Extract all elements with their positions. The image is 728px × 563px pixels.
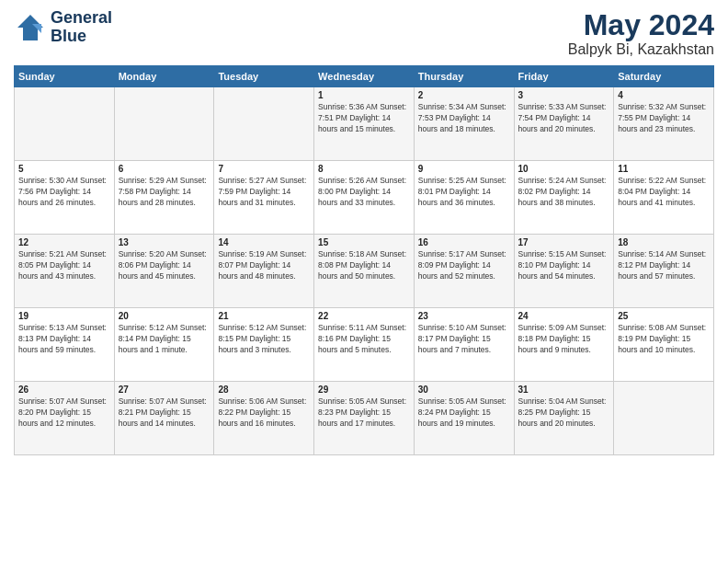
cell-w4-d4: 22Sunrise: 5:11 AM Sunset: 8:16 PM Dayli… [314, 308, 415, 382]
calendar-body: 1Sunrise: 5:36 AM Sunset: 7:51 PM Daylig… [15, 87, 714, 455]
day-info: Sunrise: 5:18 AM Sunset: 8:08 PM Dayligh… [318, 249, 410, 282]
day-info: Sunrise: 5:29 AM Sunset: 7:58 PM Dayligh… [119, 176, 210, 209]
day-info: Sunrise: 5:32 AM Sunset: 7:55 PM Dayligh… [618, 102, 710, 135]
day-number: 2 [418, 90, 510, 100]
cell-w5-d6: 31Sunrise: 5:04 AM Sunset: 8:25 PM Dayli… [514, 382, 614, 455]
logo-line2: Blue [51, 28, 112, 46]
day-info: Sunrise: 5:27 AM Sunset: 7:59 PM Dayligh… [218, 176, 310, 209]
cell-w2-d1: 5Sunrise: 5:30 AM Sunset: 7:56 PM Daylig… [15, 161, 115, 235]
day-number: 8 [318, 164, 410, 174]
cell-w5-d4: 29Sunrise: 5:05 AM Sunset: 8:23 PM Dayli… [314, 382, 415, 455]
day-number: 10 [518, 164, 610, 174]
day-info: Sunrise: 5:26 AM Sunset: 8:00 PM Dayligh… [318, 176, 410, 209]
day-number: 5 [18, 164, 110, 174]
cell-w3-d7: 18Sunrise: 5:14 AM Sunset: 8:12 PM Dayli… [614, 235, 714, 308]
cell-w5-d3: 28Sunrise: 5:06 AM Sunset: 8:22 PM Dayli… [214, 382, 314, 455]
day-info: Sunrise: 5:19 AM Sunset: 8:07 PM Dayligh… [218, 249, 310, 282]
cell-w1-d7: 4Sunrise: 5:32 AM Sunset: 7:55 PM Daylig… [614, 87, 714, 161]
day-number: 14 [218, 237, 310, 247]
day-number: 29 [318, 385, 410, 395]
day-info: Sunrise: 5:20 AM Sunset: 8:06 PM Dayligh… [119, 249, 210, 282]
day-info: Sunrise: 5:24 AM Sunset: 8:02 PM Dayligh… [518, 176, 610, 209]
cell-w1-d5: 2Sunrise: 5:34 AM Sunset: 7:53 PM Daylig… [414, 87, 514, 161]
day-info: Sunrise: 5:21 AM Sunset: 8:05 PM Dayligh… [18, 249, 110, 282]
cell-w4-d6: 24Sunrise: 5:09 AM Sunset: 8:18 PM Dayli… [514, 308, 614, 382]
col-monday: Monday [114, 66, 214, 87]
day-number: 13 [119, 237, 210, 247]
day-number: 17 [518, 237, 610, 247]
cell-w2-d2: 6Sunrise: 5:29 AM Sunset: 7:58 PM Daylig… [114, 161, 214, 235]
cell-w2-d3: 7Sunrise: 5:27 AM Sunset: 7:59 PM Daylig… [214, 161, 314, 235]
col-saturday: Saturday [614, 66, 714, 87]
day-number: 7 [218, 164, 310, 174]
logo: General Blue [14, 9, 112, 46]
day-info: Sunrise: 5:12 AM Sunset: 8:15 PM Dayligh… [218, 323, 310, 356]
cell-w2-d7: 11Sunrise: 5:22 AM Sunset: 8:04 PM Dayli… [614, 161, 714, 235]
title-location: Balpyk Bi, Kazakhstan [568, 41, 714, 58]
day-number: 9 [418, 164, 510, 174]
cell-w1-d3 [214, 87, 314, 161]
day-info: Sunrise: 5:04 AM Sunset: 8:25 PM Dayligh… [518, 396, 610, 430]
cell-w2-d4: 8Sunrise: 5:26 AM Sunset: 8:00 PM Daylig… [314, 161, 415, 235]
day-info: Sunrise: 5:36 AM Sunset: 7:51 PM Dayligh… [318, 102, 410, 135]
day-info: Sunrise: 5:07 AM Sunset: 8:20 PM Dayligh… [18, 396, 110, 430]
title-block: May 2024 Balpyk Bi, Kazakhstan [568, 9, 714, 58]
cell-w3-d2: 13Sunrise: 5:20 AM Sunset: 8:06 PM Dayli… [114, 235, 214, 308]
cell-w4-d5: 23Sunrise: 5:10 AM Sunset: 8:17 PM Dayli… [414, 308, 514, 382]
day-info: Sunrise: 5:07 AM Sunset: 8:21 PM Dayligh… [119, 396, 210, 430]
col-thursday: Thursday [414, 66, 514, 87]
calendar-table: Sunday Monday Tuesday Wednesday Thursday… [14, 65, 714, 455]
day-number: 3 [518, 90, 610, 100]
cell-w3-d6: 17Sunrise: 5:15 AM Sunset: 8:10 PM Dayli… [514, 235, 614, 308]
week-row-1: 1Sunrise: 5:36 AM Sunset: 7:51 PM Daylig… [15, 87, 714, 161]
day-info: Sunrise: 5:13 AM Sunset: 8:13 PM Dayligh… [18, 323, 110, 356]
cell-w4-d2: 20Sunrise: 5:12 AM Sunset: 8:14 PM Dayli… [114, 308, 214, 382]
day-info: Sunrise: 5:17 AM Sunset: 8:09 PM Dayligh… [418, 249, 510, 282]
day-number: 31 [518, 385, 610, 395]
col-sunday: Sunday [15, 66, 115, 87]
cell-w2-d6: 10Sunrise: 5:24 AM Sunset: 8:02 PM Dayli… [514, 161, 614, 235]
cell-w5-d2: 27Sunrise: 5:07 AM Sunset: 8:21 PM Dayli… [114, 382, 214, 455]
day-number: 23 [418, 311, 510, 321]
day-info: Sunrise: 5:14 AM Sunset: 8:12 PM Dayligh… [618, 249, 710, 282]
day-number: 19 [18, 311, 110, 321]
day-number: 20 [119, 311, 210, 321]
logo-icon [14, 11, 47, 44]
day-number: 16 [418, 237, 510, 247]
day-info: Sunrise: 5:34 AM Sunset: 7:53 PM Dayligh… [418, 102, 510, 135]
day-number: 22 [318, 311, 410, 321]
calendar-page: General Blue May 2024 Balpyk Bi, Kazakhs… [0, 0, 728, 563]
day-number: 28 [218, 385, 310, 395]
cell-w4-d7: 25Sunrise: 5:08 AM Sunset: 8:19 PM Dayli… [614, 308, 714, 382]
week-row-2: 5Sunrise: 5:30 AM Sunset: 7:56 PM Daylig… [15, 161, 714, 235]
header-row: Sunday Monday Tuesday Wednesday Thursday… [15, 66, 714, 87]
day-number: 21 [218, 311, 310, 321]
day-info: Sunrise: 5:06 AM Sunset: 8:22 PM Dayligh… [218, 396, 310, 430]
day-number: 12 [18, 237, 110, 247]
day-info: Sunrise: 5:11 AM Sunset: 8:16 PM Dayligh… [318, 323, 410, 356]
week-row-4: 19Sunrise: 5:13 AM Sunset: 8:13 PM Dayli… [15, 308, 714, 382]
day-number: 1 [318, 90, 410, 100]
day-number: 15 [318, 237, 410, 247]
day-info: Sunrise: 5:09 AM Sunset: 8:18 PM Dayligh… [518, 323, 610, 356]
title-month: May 2024 [568, 9, 714, 41]
cell-w3-d5: 16Sunrise: 5:17 AM Sunset: 8:09 PM Dayli… [414, 235, 514, 308]
day-info: Sunrise: 5:15 AM Sunset: 8:10 PM Dayligh… [518, 249, 610, 282]
day-number: 6 [119, 164, 210, 174]
cell-w5-d7 [614, 382, 714, 455]
cell-w3-d1: 12Sunrise: 5:21 AM Sunset: 8:05 PM Dayli… [15, 235, 115, 308]
day-info: Sunrise: 5:08 AM Sunset: 8:19 PM Dayligh… [618, 323, 710, 356]
cell-w1-d1 [15, 87, 115, 161]
cell-w1-d2 [114, 87, 214, 161]
col-wednesday: Wednesday [314, 66, 415, 87]
day-info: Sunrise: 5:22 AM Sunset: 8:04 PM Dayligh… [618, 176, 710, 209]
header: General Blue May 2024 Balpyk Bi, Kazakhs… [14, 9, 714, 58]
cell-w5-d5: 30Sunrise: 5:05 AM Sunset: 8:24 PM Dayli… [414, 382, 514, 455]
day-info: Sunrise: 5:05 AM Sunset: 8:24 PM Dayligh… [418, 396, 510, 430]
day-number: 4 [618, 90, 710, 100]
cell-w1-d4: 1Sunrise: 5:36 AM Sunset: 7:51 PM Daylig… [314, 87, 415, 161]
cell-w4-d1: 19Sunrise: 5:13 AM Sunset: 8:13 PM Dayli… [15, 308, 115, 382]
day-number: 25 [618, 311, 710, 321]
logo-text: General Blue [51, 9, 112, 46]
cell-w3-d4: 15Sunrise: 5:18 AM Sunset: 8:08 PM Dayli… [314, 235, 415, 308]
